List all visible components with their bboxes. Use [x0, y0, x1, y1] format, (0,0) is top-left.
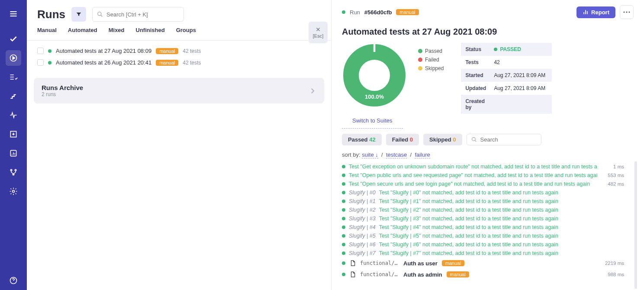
stairs-icon[interactable]: [6, 88, 21, 104]
test-row[interactable]: Slugify | #7 Test "Slugify | #7" not mat…: [342, 249, 624, 258]
svg-point-11: [351, 52, 398, 99]
run-row[interactable]: Automated tests at 27 Aug 2021 08:09 man…: [27, 45, 331, 57]
more-button[interactable]: [620, 5, 634, 19]
file-icon: [350, 271, 356, 278]
search-icon: [97, 11, 103, 17]
test-row[interactable]: Slugify | #2 Test "Slugify | #2" not mat…: [342, 206, 624, 214]
status-dot: [342, 10, 345, 14]
manual-badge: manual: [442, 260, 464, 266]
status-dot: [342, 243, 345, 246]
status-dot: [342, 182, 345, 186]
tab-groups[interactable]: Groups: [176, 27, 196, 34]
test-row[interactable]: Slugify | #4 Test "Slugify | #4" not mat…: [342, 223, 624, 232]
test-row[interactable]: Slugify | #1 Test "Slugify | #1" not mat…: [342, 197, 624, 206]
svg-point-10: [629, 12, 630, 13]
dots-icon: [623, 11, 630, 13]
donut-legend: Passed Failed Skipped: [418, 43, 444, 114]
status-dot: [342, 251, 345, 255]
manual-badge: manual: [447, 271, 469, 277]
status-dot: [342, 273, 345, 276]
search-input[interactable]: [92, 7, 184, 22]
tab-mixed[interactable]: Mixed: [109, 27, 125, 34]
manual-badge: manual: [396, 9, 419, 15]
svg-point-12: [472, 138, 475, 141]
status-dot: [342, 217, 345, 220]
switch-to-suites-link[interactable]: Switch to Suites: [342, 117, 403, 129]
nav-sidebar: [0, 0, 27, 290]
svg-point-8: [624, 12, 625, 13]
svg-point-2: [10, 169, 12, 171]
page-title: Runs: [37, 8, 65, 21]
pill-failed[interactable]: Failed 0: [386, 134, 419, 145]
status-dot: [342, 165, 345, 168]
test-row[interactable]: Slugify | #3 Test "Slugify | #3" not mat…: [342, 214, 624, 223]
checkbox[interactable]: [37, 59, 44, 66]
svg-point-9: [626, 12, 628, 13]
run-info-table: StatusPASSED Tests42 StartedAug 27, 2021…: [461, 43, 552, 114]
close-pane-button[interactable]: [Esc]: [309, 22, 328, 43]
svg-point-3: [15, 169, 16, 171]
analytics-icon[interactable]: [6, 145, 21, 161]
status-dot: [342, 234, 345, 238]
status-dot: [342, 191, 345, 194]
status-dot: [342, 174, 345, 177]
run-id: #566d0cfb: [364, 9, 392, 16]
manual-badge: manual: [156, 60, 178, 66]
help-icon[interactable]: [6, 273, 21, 288]
status-dot: [342, 261, 345, 265]
tab-unfinished[interactable]: Unfinished: [136, 27, 165, 34]
tab-automated[interactable]: Automated: [68, 27, 97, 34]
run-detail-panel: Run #566d0cfb manual Report Automated te…: [332, 0, 644, 290]
sort-controls: sort by: suite ↓ / testcase / failure: [332, 150, 644, 161]
gear-icon[interactable]: [6, 184, 21, 199]
results-search[interactable]: [467, 134, 541, 145]
list-check-icon[interactable]: [6, 69, 21, 85]
status-dot: [342, 200, 345, 203]
branch-icon[interactable]: [6, 164, 21, 180]
file-row[interactable]: functional/… Auth as admin manual 988 ms: [342, 269, 624, 280]
run-heading: Automated tests at 27 Aug 2021 08:09: [332, 24, 644, 41]
test-row[interactable]: Slugify | #0 Test "Slugify | #0" not mat…: [342, 188, 624, 197]
sort-failure[interactable]: failure: [415, 151, 430, 158]
svg-point-7: [98, 12, 101, 16]
svg-point-5: [13, 190, 15, 193]
chart-icon: [583, 9, 589, 15]
status-dot: [48, 49, 52, 53]
runs-icon[interactable]: [6, 50, 21, 66]
filter-button[interactable]: [71, 7, 86, 22]
run-row[interactable]: Automated tests at 26 Aug 2021 20:41 man…: [27, 57, 331, 68]
status-dot: [48, 61, 52, 64]
test-row[interactable]: Slugify | #6 Test "Slugify | #6" not mat…: [342, 240, 624, 249]
results-donut: 100.0%: [342, 43, 407, 108]
status-dot: [342, 208, 345, 212]
chevron-right-icon: [309, 87, 316, 95]
check-icon[interactable]: [6, 31, 21, 47]
tab-manual[interactable]: Manual: [37, 27, 57, 34]
sort-testcase[interactable]: testcase: [386, 151, 407, 158]
file-row[interactable]: functional/… Auth as user manual 2219 ms: [342, 258, 624, 269]
pill-skipped[interactable]: Skipped 0: [423, 134, 462, 145]
test-row[interactable]: Slugify | #5 Test "Slugify | #5" not mat…: [342, 232, 624, 240]
test-row[interactable]: Test "Get exception on unknown subdomain…: [342, 162, 624, 171]
test-row[interactable]: Test "Open secure urls and see login pag…: [342, 180, 624, 188]
pill-passed[interactable]: Passed 42: [342, 134, 382, 145]
file-icon: [350, 260, 356, 267]
test-row[interactable]: Test "Open public urls and see requested…: [342, 171, 624, 180]
checkbox[interactable]: [37, 48, 44, 54]
report-button[interactable]: Report: [576, 6, 615, 18]
search-icon: [471, 137, 477, 142]
pulse-icon[interactable]: [6, 107, 21, 123]
runs-archive[interactable]: Runs Archive 2 runs: [34, 78, 324, 103]
menu-icon[interactable]: [6, 6, 21, 22]
runs-panel: Runs Manual Automated Mixed Unfinished G…: [27, 0, 332, 290]
close-icon: [315, 26, 321, 32]
import-icon[interactable]: [6, 126, 21, 142]
status-dot: [342, 226, 345, 229]
sort-suite[interactable]: suite ↓: [362, 151, 378, 158]
manual-badge: manual: [156, 48, 178, 54]
runs-tabs: Manual Automated Mixed Unfinished Groups: [27, 27, 331, 41]
